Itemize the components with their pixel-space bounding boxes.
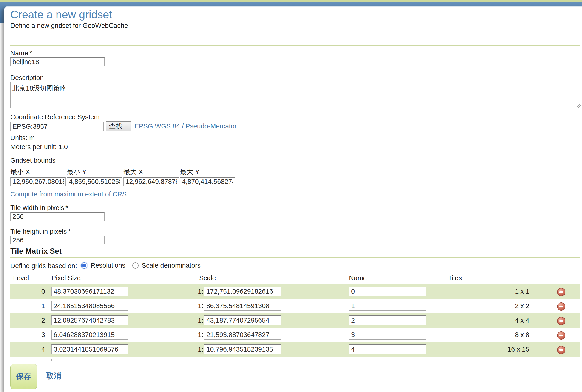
- level-value: 0: [41, 288, 45, 295]
- radio-option[interactable]: Resolutions: [81, 262, 126, 269]
- scale-prefix: 1:: [198, 317, 203, 324]
- column-header-remove: [542, 274, 580, 284]
- top-accent-bar: [0, 0, 582, 2]
- name-input[interactable]: [349, 330, 426, 340]
- min-x-input[interactable]: [10, 177, 66, 186]
- units-text: Units: m: [10, 134, 580, 142]
- pixel-size-input[interactable]: [52, 301, 128, 311]
- pixel-size-input[interactable]: [52, 330, 128, 340]
- bounds-inputs-row: [10, 177, 580, 186]
- scale-prefix: 1:: [198, 331, 203, 339]
- tiles-value: 2 x 2: [515, 302, 530, 310]
- level-value: 2: [41, 317, 45, 324]
- radio-option-label: Resolutions: [90, 262, 126, 269]
- remove-level-icon[interactable]: [557, 317, 566, 325]
- tile-height-label: Tile height in pixels*: [10, 228, 580, 235]
- tile-matrix-set-heading: Tile Matrix Set: [10, 247, 580, 256]
- scale-input[interactable]: [204, 344, 282, 354]
- page-subtitle: Define a new gridset for GeoWebCache: [10, 22, 580, 30]
- remove-level-icon[interactable]: [557, 331, 566, 340]
- divider: [10, 257, 580, 258]
- tile-matrix-row: 2 1: 4 x 4: [10, 313, 580, 328]
- radio-option-label: Scale denominators: [142, 262, 200, 269]
- define-grids-label: Define grids based on:: [10, 262, 77, 270]
- bounds-labels-row: 最小 X 最小 Y 最大 X 最大 Y: [10, 168, 580, 177]
- radio-icon[interactable]: [132, 262, 138, 268]
- remove-level-icon[interactable]: [557, 302, 566, 311]
- pixel-size-input[interactable]: [52, 359, 128, 361]
- column-header-name: Name: [348, 274, 448, 284]
- meters-per-unit-text: Meters per unit: 1.0: [10, 143, 580, 151]
- column-header-scale: Scale: [197, 274, 348, 284]
- scale-input[interactable]: [204, 316, 282, 325]
- name-input[interactable]: [349, 359, 426, 361]
- level-value: 3: [41, 331, 45, 338]
- crs-row: 查找... EPSG:WGS 84 / Pseudo-Mercator...: [10, 121, 580, 132]
- description-textarea[interactable]: 北京18级切图策略: [10, 82, 581, 108]
- column-header-pixel-size: Pixel Size: [52, 274, 197, 284]
- gridset-bounds-label: Gridset bounds: [10, 157, 580, 164]
- radio-options: Resolutions Scale denominators: [81, 262, 206, 270]
- scale-input[interactable]: [204, 330, 282, 340]
- save-button[interactable]: 保存: [10, 364, 37, 389]
- compute-extent-link[interactable]: Compute from maximum extent of CRS: [10, 190, 126, 198]
- tile-matrix-header-row: Level Pixel Size Scale Name Tiles: [10, 274, 580, 284]
- pixel-size-input[interactable]: [52, 344, 128, 354]
- scale-input[interactable]: [204, 301, 282, 311]
- crs-description-link[interactable]: EPSG:WGS 84 / Pseudo-Mercator...: [134, 122, 242, 130]
- required-mark: *: [30, 50, 32, 57]
- tiles-value: 4 x 4: [515, 317, 530, 324]
- max-x-label: 最大 X: [124, 168, 180, 177]
- content-panel: Create a new gridset Define a new gridse…: [4, 6, 582, 392]
- tiles-value: 8 x 8: [515, 331, 530, 338]
- tile-matrix-row: 0 1: 1 x 1: [10, 284, 580, 299]
- crs-label: Coordinate Reference System: [10, 113, 580, 121]
- pixel-size-input[interactable]: [52, 286, 128, 296]
- scale-prefix: 1:: [198, 302, 203, 310]
- max-x-input[interactable]: [124, 177, 179, 186]
- tile-matrix-row: 3 1: 8 x 8: [10, 328, 580, 342]
- name-input[interactable]: [10, 58, 104, 66]
- tile-matrix-row: 1 1: 2 x 2: [10, 299, 580, 313]
- remove-level-icon[interactable]: [557, 288, 566, 296]
- tile-row-partial: [10, 356, 580, 361]
- required-mark: *: [68, 228, 71, 235]
- name-input[interactable]: [349, 286, 426, 296]
- max-y-label: 最大 Y: [180, 168, 236, 177]
- description-label: Description: [10, 74, 580, 82]
- scale-input[interactable]: [204, 286, 282, 296]
- radio-icon[interactable]: [81, 262, 87, 268]
- required-mark: *: [66, 204, 68, 212]
- column-header-tiles: Tiles: [448, 274, 542, 284]
- cancel-link[interactable]: 取消: [46, 371, 61, 381]
- tile-width-input[interactable]: [10, 212, 104, 221]
- name-input[interactable]: [349, 301, 426, 311]
- min-y-label: 最小 Y: [67, 168, 124, 177]
- crs-input[interactable]: [10, 122, 104, 131]
- find-crs-button[interactable]: 查找...: [106, 121, 132, 132]
- name-input[interactable]: [349, 344, 426, 354]
- scale-prefix: 1:: [198, 346, 203, 353]
- tile-height-input[interactable]: [10, 236, 104, 244]
- page-title: Create a new gridset: [10, 8, 580, 21]
- max-y-input[interactable]: [180, 177, 235, 186]
- min-x-label: 最小 X: [10, 168, 67, 177]
- level-value: 1: [41, 302, 45, 310]
- remove-level-icon[interactable]: [557, 346, 566, 354]
- column-header-level: Level: [10, 274, 52, 284]
- name-input[interactable]: [349, 316, 426, 325]
- form-actions: 保存 取消: [10, 364, 580, 389]
- divider: [10, 46, 580, 46]
- define-grids-row: Define grids based on: Resolutions Scale…: [10, 262, 580, 270]
- tile-matrix-table-container: Level Pixel Size Scale Name Tiles 0 1: 1…: [10, 274, 580, 361]
- name-label: Name*: [10, 50, 580, 57]
- min-y-input[interactable]: [67, 177, 122, 186]
- tiles-value: 1 x 1: [515, 288, 530, 295]
- level-value: 4: [41, 346, 45, 353]
- pixel-size-input[interactable]: [52, 316, 128, 325]
- scale-input[interactable]: [198, 359, 275, 361]
- tile-width-label: Tile width in pixels*: [10, 204, 580, 212]
- scale-prefix: 1:: [198, 288, 203, 295]
- radio-option[interactable]: Scale denominators: [132, 262, 200, 269]
- tile-matrix-table: Level Pixel Size Scale Name Tiles 0 1: 1…: [10, 274, 580, 361]
